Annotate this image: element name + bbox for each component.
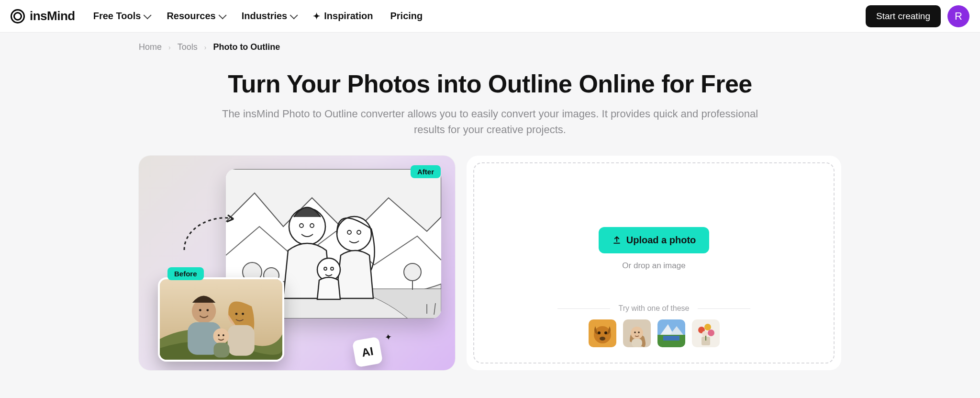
svg-point-5 [404, 263, 421, 281]
svg-point-30 [242, 313, 244, 315]
try-row: Try with one of these [474, 304, 834, 347]
nav-label: Inspiration [324, 11, 373, 22]
svg-point-40 [634, 331, 636, 333]
chevron-right-icon: › [168, 44, 171, 51]
nav-label: Free Tools [93, 11, 141, 22]
svg-point-41 [638, 331, 640, 333]
try-label: Try with one of these [557, 304, 751, 313]
logo-mark-icon [11, 9, 25, 23]
svg-point-8 [337, 216, 371, 251]
nav-free-tools[interactable]: Free Tools [93, 11, 150, 22]
try-label-text: Try with one of these [619, 304, 690, 313]
chevron-down-icon [290, 11, 298, 19]
sparkle-icon: ✦ [384, 331, 393, 343]
page-title: Turn Your Photos into Outline Online for… [19, 69, 961, 98]
svg-rect-24 [228, 325, 255, 356]
start-creating-button[interactable]: Start creating [866, 5, 941, 27]
main-nav: Free Tools Resources Industries ✦ Inspir… [93, 11, 423, 22]
sample-thumbs [589, 319, 720, 347]
crumb-home[interactable]: Home [139, 42, 162, 52]
hero: Turn Your Photos into Outline Online for… [0, 69, 980, 137]
breadcrumb: Home › Tools › Photo to Outline [0, 33, 980, 52]
svg-point-32 [223, 334, 224, 336]
drop-hint: Or drop an image [622, 261, 685, 271]
nav-label: Resources [167, 11, 215, 22]
svg-point-51 [704, 324, 711, 330]
after-badge: After [411, 165, 441, 178]
page-subtitle: The insMind Photo to Outline converter a… [208, 106, 772, 137]
before-badge: Before [167, 267, 204, 280]
chevron-right-icon: › [204, 44, 207, 51]
app-header: insMind Free Tools Resources Industries … [0, 0, 980, 33]
user-avatar[interactable]: R [947, 5, 969, 27]
nav-pricing[interactable]: Pricing [390, 11, 423, 22]
upload-icon [612, 235, 622, 245]
nav-label: Pricing [390, 11, 423, 22]
svg-point-27 [199, 309, 201, 311]
upload-button-label: Upload a photo [626, 235, 696, 246]
page-body: Home › Tools › Photo to Outline Turn You… [0, 0, 980, 370]
nav-label: Industries [242, 11, 288, 22]
svg-rect-42 [632, 339, 642, 347]
ai-chip: AI [352, 337, 383, 368]
sample-thumb-dog[interactable] [589, 319, 616, 347]
svg-point-28 [206, 309, 209, 311]
crumb-tools[interactable]: Tools [178, 42, 198, 52]
sample-thumb-woman[interactable] [623, 319, 651, 347]
nav-resources[interactable]: Resources [167, 11, 224, 22]
svg-point-25 [213, 328, 229, 344]
svg-rect-47 [663, 336, 679, 341]
drop-zone[interactable]: Upload a photo Or drop an image Try with… [473, 162, 835, 364]
svg-point-35 [598, 331, 601, 334]
svg-point-53 [702, 331, 708, 337]
svg-point-31 [218, 334, 220, 336]
preview-panel: After [139, 156, 455, 370]
header-actions: Start creating R [866, 5, 969, 27]
svg-point-34 [594, 326, 611, 343]
brand-name: insMind [30, 9, 75, 23]
content-panels: After [0, 156, 980, 370]
upload-button[interactable]: Upload a photo [599, 227, 710, 253]
svg-point-36 [604, 331, 607, 334]
svg-point-52 [708, 330, 714, 336]
svg-point-29 [235, 313, 238, 315]
sample-thumb-mountain[interactable] [657, 319, 685, 347]
sample-thumb-flowers[interactable] [692, 319, 720, 347]
brand-logo[interactable]: insMind [11, 9, 75, 23]
before-image [158, 277, 284, 362]
svg-point-39 [631, 327, 643, 339]
sparkle-icon: ✦ [313, 12, 320, 21]
svg-rect-26 [213, 342, 229, 357]
chevron-down-icon [218, 11, 226, 19]
svg-point-37 [600, 337, 605, 341]
chevron-down-icon [144, 11, 152, 19]
upload-panel: Upload a photo Or drop an image Try with… [467, 156, 841, 370]
nav-industries[interactable]: Industries [242, 11, 296, 22]
crumb-current: Photo to Outline [213, 42, 280, 52]
nav-inspiration[interactable]: ✦ Inspiration [313, 11, 373, 22]
